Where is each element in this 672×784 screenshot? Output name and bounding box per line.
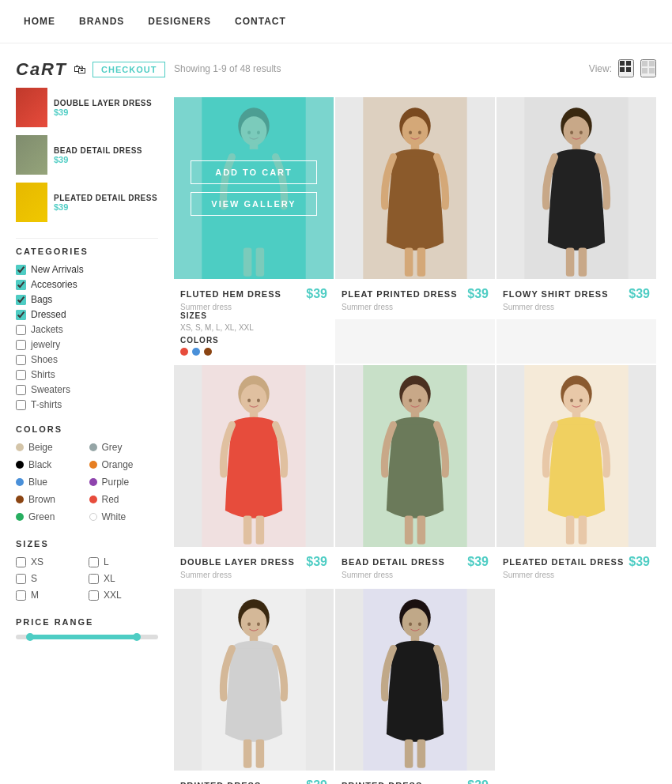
product-card[interactable]: ADD TO CART VIEW GALLERY PRINTED DRESS $… bbox=[174, 589, 334, 784]
colors-title: COLORS bbox=[16, 424, 158, 434]
checkout-button[interactable]: CHECKOUT bbox=[92, 62, 165, 77]
size-item[interactable]: M bbox=[16, 590, 85, 601]
add-to-cart-button[interactable]: ADD TO CART bbox=[352, 160, 478, 184]
category-item[interactable]: Accesories bbox=[16, 279, 158, 290]
color-item[interactable]: Black bbox=[16, 459, 85, 470]
view-gallery-button[interactable]: VIEW GALLERY bbox=[513, 192, 640, 216]
svg-rect-3 bbox=[626, 67, 631, 72]
product-card[interactable]: ADD TO CART VIEW GALLERY PLEATED DETAIL … bbox=[496, 365, 656, 587]
product-name: BEAD DETAIL DRESS bbox=[342, 557, 445, 567]
cart-item: BEAD DETAIL DRESS $39 bbox=[16, 135, 158, 175]
nav-contact[interactable]: CONTACT bbox=[235, 16, 286, 27]
cart-item-price: $39 bbox=[54, 155, 158, 164]
color-dot bbox=[89, 478, 97, 486]
view-gallery-button[interactable]: VIEW GALLERY bbox=[352, 460, 478, 484]
product-price: $39 bbox=[306, 555, 327, 569]
add-to-cart-button[interactable]: ADD TO CART bbox=[191, 160, 317, 184]
product-card[interactable]: ADD TO CART VIEW GALLERY PLEAT PRINTED D… bbox=[335, 97, 495, 364]
sizes-list: XSLSXLMXXL bbox=[16, 556, 158, 603]
add-to-cart-button[interactable]: ADD TO CART bbox=[513, 160, 640, 184]
category-checkbox[interactable] bbox=[16, 385, 26, 395]
color-item[interactable]: Orange bbox=[89, 459, 159, 470]
view-gallery-button[interactable]: VIEW GALLERY bbox=[191, 684, 317, 707]
category-checkbox[interactable] bbox=[16, 265, 26, 275]
color-item[interactable]: Beige bbox=[16, 442, 85, 453]
category-label: Accesories bbox=[31, 279, 77, 290]
category-item[interactable]: Sweaters bbox=[16, 384, 158, 395]
add-to-cart-button[interactable]: ADD TO CART bbox=[513, 428, 640, 452]
color-label: Red bbox=[102, 494, 119, 505]
size-checkbox[interactable] bbox=[89, 574, 99, 584]
category-checkbox[interactable] bbox=[16, 295, 26, 305]
product-image: ADD TO CART VIEW GALLERY bbox=[174, 365, 334, 547]
product-name: PLEAT PRINTED DRESS bbox=[342, 289, 458, 299]
size-checkbox[interactable] bbox=[89, 557, 99, 567]
product-sizes: XS, S, M, L, XL, XXL bbox=[180, 323, 327, 332]
nav-brands[interactable]: BRANDS bbox=[79, 16, 124, 27]
size-checkbox[interactable] bbox=[16, 557, 26, 567]
color-label: Brown bbox=[28, 494, 55, 505]
size-checkbox[interactable] bbox=[89, 590, 99, 601]
list-view-button[interactable] bbox=[640, 59, 656, 77]
product-price: $39 bbox=[306, 778, 327, 784]
size-item[interactable]: S bbox=[16, 573, 85, 584]
category-item[interactable]: New Arrivals bbox=[16, 264, 158, 275]
view-gallery-button[interactable]: VIEW GALLERY bbox=[191, 192, 317, 216]
product-name-price: FLUTED HEM DRESS $39 bbox=[180, 287, 327, 301]
color-item[interactable]: Green bbox=[16, 511, 85, 522]
category-checkbox[interactable] bbox=[16, 400, 26, 410]
category-checkbox[interactable] bbox=[16, 280, 26, 290]
color-label: Black bbox=[28, 459, 51, 470]
color-item[interactable]: Red bbox=[89, 494, 159, 505]
category-checkbox[interactable] bbox=[16, 340, 26, 350]
color-item[interactable]: Brown bbox=[16, 494, 85, 505]
product-price: $39 bbox=[467, 555, 489, 569]
nav-designers[interactable]: DESIGNERS bbox=[148, 16, 211, 27]
view-gallery-button[interactable]: VIEW GALLERY bbox=[352, 192, 478, 216]
add-to-cart-button[interactable]: ADD TO CART bbox=[191, 652, 317, 676]
add-to-cart-button[interactable]: ADD TO CART bbox=[352, 652, 478, 676]
size-item[interactable]: XL bbox=[89, 573, 158, 584]
category-item[interactable]: Dressed bbox=[16, 309, 158, 320]
category-item[interactable]: Bags bbox=[16, 294, 158, 305]
color-item[interactable]: Grey bbox=[89, 442, 159, 453]
view-gallery-button[interactable]: VIEW GALLERY bbox=[352, 684, 478, 707]
size-item[interactable]: L bbox=[89, 556, 158, 567]
size-checkbox[interactable] bbox=[16, 590, 26, 601]
add-to-cart-button[interactable]: ADD TO CART bbox=[191, 428, 317, 452]
category-checkbox[interactable] bbox=[16, 370, 26, 380]
grid-view-button[interactable] bbox=[618, 59, 634, 77]
nav-home[interactable]: HOME bbox=[24, 16, 55, 27]
product-color-dot bbox=[204, 348, 212, 356]
price-range-handle-left[interactable] bbox=[26, 633, 34, 641]
sidebar: CaRT 🛍 CHECKOUT DOUBLE LAYER DRESS $39 B… bbox=[16, 59, 174, 784]
category-item[interactable]: Jackets bbox=[16, 324, 158, 335]
category-item[interactable]: Shirts bbox=[16, 369, 158, 380]
product-card[interactable]: ADD TO CART VIEW GALLERY FLUTED HEM DRES… bbox=[174, 97, 334, 364]
size-checkbox[interactable] bbox=[16, 574, 26, 584]
results-count: Showing 1-9 of 48 results bbox=[174, 63, 281, 74]
size-item[interactable]: XXL bbox=[89, 590, 158, 601]
view-gallery-button[interactable]: VIEW GALLERY bbox=[513, 460, 640, 484]
add-to-cart-button[interactable]: ADD TO CART bbox=[352, 428, 478, 452]
product-card[interactable]: ADD TO CART VIEW GALLERY BEAD DETAIL DRE… bbox=[335, 365, 495, 587]
price-range-handle-right[interactable] bbox=[133, 633, 141, 641]
product-card[interactable]: ADD TO CART VIEW GALLERY PRINTED DRESS $… bbox=[335, 589, 495, 784]
colors-list: BeigeGreyBlackOrangeBluePurpleBrownRedGr… bbox=[16, 442, 158, 525]
color-item[interactable]: White bbox=[89, 511, 159, 522]
color-item[interactable]: Blue bbox=[16, 477, 85, 488]
product-card[interactable]: ADD TO CART VIEW GALLERY DOUBLE LAYER DR… bbox=[174, 365, 334, 587]
category-checkbox[interactable] bbox=[16, 310, 26, 320]
product-category: Summer dress bbox=[342, 303, 489, 311]
size-item[interactable]: XS bbox=[16, 556, 85, 567]
category-item[interactable]: jewelry bbox=[16, 339, 158, 350]
color-item[interactable]: Purple bbox=[89, 477, 159, 488]
category-checkbox[interactable] bbox=[16, 355, 26, 365]
svg-rect-7 bbox=[649, 68, 655, 74]
category-checkbox[interactable] bbox=[16, 325, 26, 335]
category-item[interactable]: T-shirts bbox=[16, 399, 158, 410]
product-card[interactable]: ADD TO CART VIEW GALLERY FLOWY SHIRT DRE… bbox=[496, 97, 656, 364]
cart-item-info: PLEATED DETAIL DRESS $39 bbox=[54, 194, 158, 212]
category-item[interactable]: Shoes bbox=[16, 354, 158, 365]
view-gallery-button[interactable]: VIEW GALLERY bbox=[191, 460, 317, 484]
